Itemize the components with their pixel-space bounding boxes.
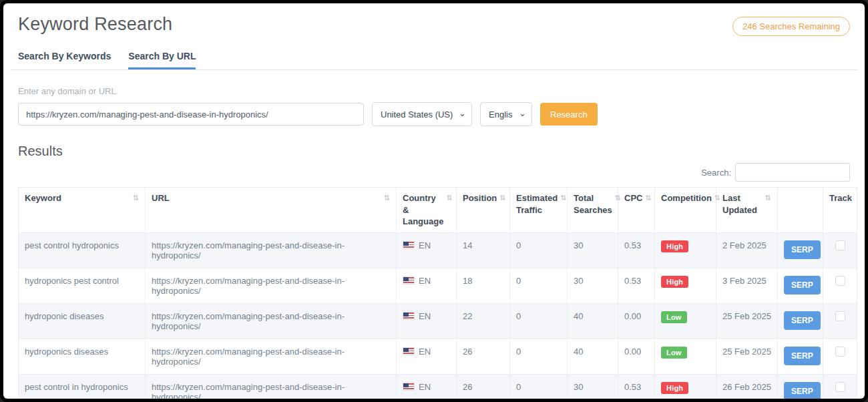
serp-cell: SERP	[778, 303, 823, 339]
total-searches-cell: 30	[568, 268, 618, 303]
sort-icon[interactable]: ⇅	[714, 193, 720, 204]
col-header-last-updated[interactable]: Last Updated⇅	[716, 188, 778, 233]
sort-icon[interactable]: ⇅	[499, 193, 505, 204]
us-flag-icon	[403, 383, 415, 391]
competition-cell: High	[655, 232, 716, 268]
last-updated-cell: 3 Feb 2025	[716, 268, 778, 303]
results-heading: Results	[18, 144, 850, 159]
page-title: Keyword Research	[18, 14, 172, 35]
competition-cell: High	[655, 374, 716, 399]
tab-search-by-url[interactable]: Search By URL	[128, 51, 196, 69]
col-header-cpc[interactable]: CPC⇅	[618, 188, 655, 233]
cpc-cell: 0.53	[618, 268, 655, 303]
url-cell: https://kryzen.com/managing-pest-and-dis…	[146, 374, 397, 399]
table-search: Search:	[18, 163, 850, 182]
track-cell	[823, 339, 857, 374]
results-table: Keyword⇅ URL⇅ Country & Language⇅ Positi…	[18, 187, 857, 399]
track-checkbox[interactable]	[835, 347, 845, 357]
keyword-cell: pest control in hydroponics	[19, 374, 146, 399]
col-label: Total Searches	[574, 192, 612, 216]
total-searches-cell: 30	[568, 232, 618, 268]
col-label: CPC	[624, 192, 642, 204]
position-cell: 22	[457, 303, 510, 339]
search-form: United States (US) ⌄ English ⌄ Research	[18, 102, 850, 126]
serp-button[interactable]: SERP	[784, 276, 821, 294]
research-button[interactable]: Research	[540, 103, 598, 126]
tab-search-by-keywords[interactable]: Search By Keywords	[18, 51, 111, 69]
last-updated-cell: 26 Feb 2025	[716, 374, 778, 399]
track-checkbox[interactable]	[835, 382, 845, 392]
language-code: EN	[419, 347, 431, 357]
keyword-cell: hydroponics diseases	[19, 339, 146, 374]
estimated-traffic-cell: 0	[510, 268, 568, 303]
estimated-traffic-cell: 0	[510, 374, 568, 399]
col-label: Country & Language	[403, 192, 443, 228]
position-cell: 14	[457, 232, 510, 268]
position-cell: 26	[457, 374, 510, 399]
keyword-research-page: Keyword Research 246 Searches Remaining …	[3, 3, 865, 399]
col-header-estimated-traffic[interactable]: Estimated Traffic⇅	[510, 188, 568, 233]
language-select-wrap: English ⌄	[480, 102, 532, 126]
language-select[interactable]: English	[480, 102, 532, 126]
cpc-cell: 0.53	[618, 232, 655, 268]
serp-cell: SERP	[778, 232, 823, 268]
window-frame: Keyword Research 246 Searches Remaining …	[0, 0, 868, 402]
col-header-url[interactable]: URL⇅	[146, 188, 397, 233]
serp-button[interactable]: SERP	[784, 347, 821, 365]
col-label: Estimated Traffic	[516, 192, 558, 216]
competition-cell: Low	[655, 303, 716, 339]
sort-icon[interactable]: ⇅	[645, 193, 651, 204]
col-header-country-language[interactable]: Country & Language⇅	[397, 188, 457, 233]
page-header: Keyword Research 246 Searches Remaining	[18, 3, 850, 36]
sort-icon[interactable]: ⇅	[615, 193, 621, 216]
cpc-cell: 0.00	[618, 339, 655, 374]
country-language-cell: EN	[397, 268, 457, 303]
us-flag-icon	[403, 241, 415, 249]
track-cell	[823, 232, 857, 268]
col-header-competition[interactable]: Competition⇅	[655, 188, 716, 233]
serp-button[interactable]: SERP	[784, 382, 821, 399]
col-header-keyword[interactable]: Keyword⇅	[19, 188, 146, 233]
sort-icon[interactable]: ⇅	[133, 193, 139, 204]
competition-badge: Low	[661, 311, 687, 323]
col-label: Competition	[661, 192, 712, 204]
search-mode-tabs: Search By Keywords Search By URL	[10, 51, 858, 70]
competition-badge: High	[661, 276, 688, 288]
estimated-traffic-cell: 0	[510, 232, 568, 268]
table-search-input[interactable]	[735, 163, 850, 182]
us-flag-icon	[403, 312, 415, 320]
track-checkbox[interactable]	[835, 311, 845, 321]
sort-icon[interactable]: ⇅	[384, 193, 390, 204]
track-checkbox[interactable]	[835, 240, 845, 250]
col-header-position[interactable]: Position⇅	[457, 188, 510, 233]
table-row: pest control hydroponics https://kryzen.…	[19, 232, 857, 268]
url-cell: https://kryzen.com/managing-pest-and-dis…	[146, 232, 397, 268]
table-header-row: Keyword⇅ URL⇅ Country & Language⇅ Positi…	[19, 188, 857, 233]
country-language-cell: EN	[397, 374, 457, 399]
keyword-cell: hydroponics pest control	[19, 268, 146, 303]
language-code: EN	[419, 311, 431, 321]
col-label: Track	[829, 193, 852, 203]
track-cell	[823, 268, 857, 303]
sort-icon[interactable]: ⇅	[765, 193, 771, 216]
estimated-traffic-cell: 0	[510, 339, 568, 374]
position-cell: 18	[457, 268, 510, 303]
cpc-cell: 0.53	[618, 374, 655, 399]
col-label: Keyword	[25, 192, 61, 204]
country-language-cell: EN	[397, 339, 457, 374]
us-flag-icon	[403, 347, 415, 355]
sort-icon[interactable]: ⇅	[446, 193, 452, 228]
country-select[interactable]: United States (US)	[372, 102, 472, 126]
serp-cell: SERP	[778, 374, 823, 399]
serp-button[interactable]: SERP	[784, 311, 821, 330]
competition-badge: High	[661, 240, 688, 252]
domain-url-input[interactable]	[18, 103, 364, 126]
col-header-total-searches[interactable]: Total Searches⇅	[568, 188, 618, 233]
sort-icon[interactable]: ⇅	[560, 193, 566, 216]
competition-cell: Low	[655, 339, 716, 374]
country-language-cell: EN	[397, 232, 457, 268]
track-checkbox[interactable]	[835, 276, 845, 286]
serp-cell: SERP	[778, 339, 823, 374]
serp-cell: SERP	[778, 268, 823, 303]
serp-button[interactable]: SERP	[784, 240, 821, 259]
